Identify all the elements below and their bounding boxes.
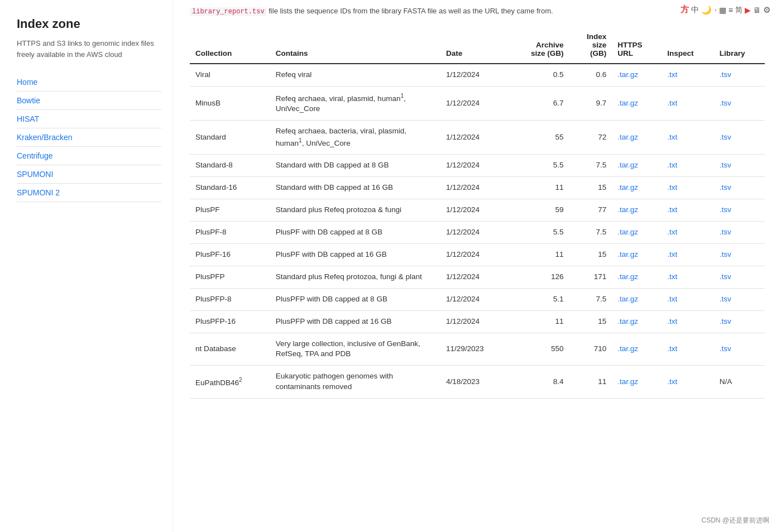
toolbar-icon-grid[interactable]: ▦ <box>719 6 726 15</box>
https-url-link[interactable]: .tar.gz <box>617 70 638 79</box>
sidebar-nav-link-hisat[interactable]: HISAT <box>17 110 161 128</box>
inspect-link[interactable]: .txt <box>667 272 677 281</box>
sidebar-nav-link-spumoni-2[interactable]: SPUMONI 2 <box>17 184 161 202</box>
inspect-link[interactable]: .txt <box>667 70 677 79</box>
https-url-link[interactable]: .tar.gz <box>617 99 638 107</box>
cell-https-url[interactable]: .tar.gz <box>612 266 662 288</box>
cell-https-url[interactable]: .tar.gz <box>612 366 662 399</box>
cell-library[interactable]: .tsv <box>714 121 765 155</box>
cell-inspect[interactable]: .txt <box>662 310 713 333</box>
cell-library[interactable]: .tsv <box>714 244 765 266</box>
cell-https-url[interactable]: .tar.gz <box>612 222 662 244</box>
cell-https-url[interactable]: .tar.gz <box>612 288 662 310</box>
https-url-link[interactable]: .tar.gz <box>617 161 638 169</box>
cell-https-url[interactable]: .tar.gz <box>612 244 662 266</box>
cell-index-size: 15 <box>569 310 612 333</box>
inspect-link[interactable]: .txt <box>667 205 677 214</box>
cell-inspect[interactable]: .txt <box>662 177 713 199</box>
cell-inspect[interactable]: .txt <box>662 366 713 399</box>
cell-https-url[interactable]: .tar.gz <box>612 121 662 155</box>
sidebar-nav-link-home[interactable]: Home <box>17 73 161 92</box>
cell-library: N/A <box>714 366 765 399</box>
cell-inspect[interactable]: .txt <box>662 288 713 310</box>
cell-inspect[interactable]: .txt <box>662 64 713 86</box>
cell-inspect[interactable]: .txt <box>662 266 713 288</box>
inspect-link[interactable]: .txt <box>667 99 677 107</box>
sidebar-nav-link-centrifuge[interactable]: Centrifuge <box>17 147 161 165</box>
cell-collection: MinusB <box>190 86 270 120</box>
library-link[interactable]: .tsv <box>720 99 731 107</box>
inspect-link[interactable]: .txt <box>667 183 677 191</box>
cell-https-url[interactable]: .tar.gz <box>612 333 662 366</box>
cell-https-url[interactable]: .tar.gz <box>612 199 662 222</box>
library-link[interactable]: .tsv <box>720 250 731 258</box>
inspect-link[interactable]: .txt <box>667 228 677 236</box>
inspect-link[interactable]: .txt <box>667 317 677 325</box>
library-link[interactable]: .tsv <box>720 344 731 353</box>
table-header: Collection Contains Date Archivesize (GB… <box>190 27 765 64</box>
toolbar-icon-1[interactable]: 方 <box>681 4 689 15</box>
toolbar-icon-list[interactable]: ≡ <box>729 6 733 15</box>
intro-text-after: file lists the sequence IDs from the lib… <box>269 7 553 15</box>
inspect-link[interactable]: .txt <box>667 161 677 169</box>
https-url-link[interactable]: .tar.gz <box>617 183 638 191</box>
toolbar-icon-gear[interactable]: ⚙ <box>763 5 770 15</box>
cell-library[interactable]: .tsv <box>714 288 765 310</box>
cell-inspect[interactable]: .txt <box>662 86 713 120</box>
library-link[interactable]: .tsv <box>720 228 731 236</box>
cell-inspect[interactable]: .txt <box>662 155 713 177</box>
cell-archive-size: 11 <box>509 244 569 266</box>
cell-https-url[interactable]: .tar.gz <box>612 64 662 86</box>
https-url-link[interactable]: .tar.gz <box>617 205 638 214</box>
cell-library[interactable]: .tsv <box>714 155 765 177</box>
https-url-link[interactable]: .tar.gz <box>617 317 638 325</box>
library-link[interactable]: .tsv <box>720 205 731 214</box>
https-url-link[interactable]: .tar.gz <box>617 228 638 236</box>
https-url-link[interactable]: .tar.gz <box>617 272 638 281</box>
toolbar-icon-moon[interactable]: 🌙 <box>701 5 712 15</box>
toolbar-icon-play[interactable]: ▶ <box>745 6 751 15</box>
cell-library[interactable]: .tsv <box>714 310 765 333</box>
cell-https-url[interactable]: .tar.gz <box>612 86 662 120</box>
inspect-link[interactable]: .txt <box>667 133 677 141</box>
cell-library[interactable]: .tsv <box>714 266 765 288</box>
library-link[interactable]: .tsv <box>720 161 731 169</box>
inspect-link[interactable]: .txt <box>667 377 677 386</box>
library-link[interactable]: .tsv <box>720 70 731 79</box>
cell-https-url[interactable]: .tar.gz <box>612 155 662 177</box>
inspect-link[interactable]: .txt <box>667 344 677 353</box>
https-url-link[interactable]: .tar.gz <box>617 250 638 258</box>
library-link[interactable]: .tsv <box>720 272 731 281</box>
toolbar-icon-simp[interactable]: 简 <box>735 5 743 15</box>
cell-inspect[interactable]: .txt <box>662 199 713 222</box>
sidebar-nav-link-spumoni[interactable]: SPUMONI <box>17 165 161 184</box>
cell-library[interactable]: .tsv <box>714 222 765 244</box>
cell-inspect[interactable]: .txt <box>662 222 713 244</box>
cell-library[interactable]: .tsv <box>714 333 765 366</box>
cell-library[interactable]: .tsv <box>714 177 765 199</box>
toolbar-icon-2[interactable]: 中 <box>691 5 699 15</box>
sidebar-nav-link-kraken-bracken[interactable]: Kraken/Bracken <box>17 128 161 147</box>
inspect-link[interactable]: .txt <box>667 295 677 303</box>
https-url-link[interactable]: .tar.gz <box>617 295 638 303</box>
library-link[interactable]: .tsv <box>720 183 731 191</box>
library-link[interactable]: .tsv <box>720 133 731 141</box>
library-link[interactable]: .tsv <box>720 317 731 325</box>
cell-https-url[interactable]: .tar.gz <box>612 310 662 333</box>
cell-https-url[interactable]: .tar.gz <box>612 177 662 199</box>
inspect-link[interactable]: .txt <box>667 250 677 258</box>
cell-collection: Standard-16 <box>190 177 270 199</box>
cell-library[interactable]: .tsv <box>714 199 765 222</box>
cell-inspect[interactable]: .txt <box>662 244 713 266</box>
toolbar-icon-monitor[interactable]: 🖥 <box>753 6 761 15</box>
https-url-link[interactable]: .tar.gz <box>617 133 638 141</box>
library-link[interactable]: .tsv <box>720 295 731 303</box>
sidebar-nav-link-bowtie[interactable]: Bowtie <box>17 92 161 110</box>
https-url-link[interactable]: .tar.gz <box>617 344 638 353</box>
https-url-link[interactable]: .tar.gz <box>617 377 638 386</box>
cell-inspect[interactable]: .txt <box>662 121 713 155</box>
cell-library[interactable]: .tsv <box>714 86 765 120</box>
cell-inspect[interactable]: .txt <box>662 333 713 366</box>
toolbar-icon-dot[interactable]: · <box>714 5 716 15</box>
cell-library[interactable]: .tsv <box>714 64 765 86</box>
